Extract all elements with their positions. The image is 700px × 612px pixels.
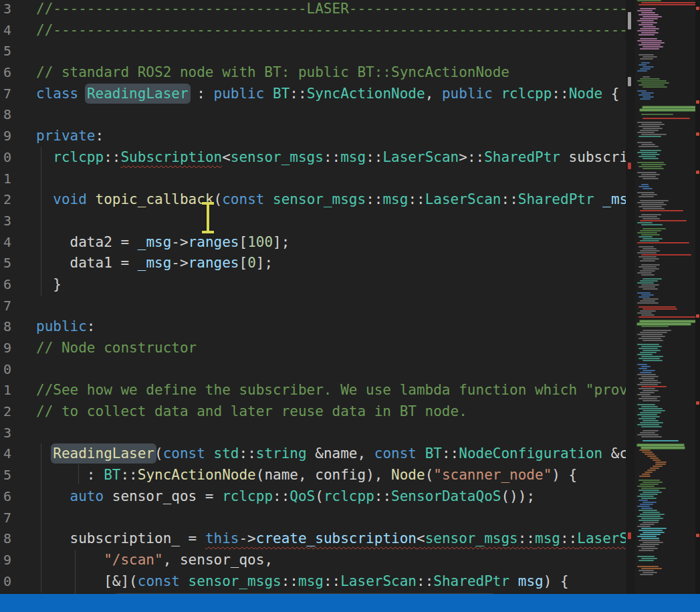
- minimap-line: [640, 130, 659, 131]
- line-number[interactable]: 5: [0, 253, 11, 274]
- line-number[interactable]: 3: [0, 211, 11, 232]
- code-token: const: [222, 191, 264, 207]
- minimap-line: [641, 416, 660, 417]
- code-line[interactable]: [0, 41, 626, 62]
- code-token: , sensor_qos,: [163, 552, 273, 568]
- code-token: {: [602, 86, 619, 102]
- line-number[interactable]: 4: [0, 443, 11, 465]
- code-token: BT: [104, 467, 120, 483]
- minimap-line: [643, 158, 659, 159]
- minimap-line: [637, 344, 659, 345]
- line-number[interactable]: 7: [0, 508, 11, 529]
- code-token: const: [163, 445, 205, 462]
- code-token: 100: [247, 234, 273, 250]
- minimap-line: [637, 10, 653, 11]
- line-number[interactable]: 1: [0, 380, 11, 401]
- overview-strip[interactable]: [626, 0, 635, 594]
- minimap-line: [638, 296, 650, 298]
- code-line[interactable]: rclcpp::Subscription<sensor_msgs::msg::L…: [0, 147, 626, 169]
- code-token: [417, 445, 425, 462]
- code-line[interactable]: [0, 169, 626, 190]
- line-number[interactable]: 4: [0, 20, 11, 41]
- minimap-line: [643, 420, 659, 421]
- minimap-line: [640, 422, 663, 423]
- minimap-line: [638, 216, 657, 217]
- line-number[interactable]: 9: [0, 550, 11, 571]
- code-line[interactable]: // to collect data and later reuse data …: [0, 401, 626, 423]
- line-number[interactable]: 8: [0, 316, 11, 338]
- code-line[interactable]: //------------------------------LASER---…: [0, 0, 626, 20]
- minimap-line: [638, 44, 661, 45]
- minimap-line: [643, 76, 650, 78]
- code-area[interactable]: //------------------------------LASER---…: [0, 0, 626, 612]
- code-line[interactable]: data1 = _msg->ranges[0];: [0, 253, 626, 274]
- code-token: rclcpp: [53, 149, 104, 165]
- code-line[interactable]: public:: [0, 316, 626, 338]
- line-number[interactable]: 3: [0, 0, 11, 20]
- code-line[interactable]: }: [0, 274, 626, 296]
- minimap-line: [637, 282, 654, 284]
- line-number[interactable]: 3: [0, 423, 11, 444]
- line-number[interactable]: 6: [0, 62, 11, 84]
- code-line[interactable]: "/scan", sensor_qos,: [0, 550, 626, 571]
- code-line[interactable]: // Node constructor: [0, 338, 626, 359]
- line-number[interactable]: 7: [0, 84, 11, 105]
- minimap[interactable]: [635, 0, 695, 594]
- line-number[interactable]: 6: [0, 274, 11, 296]
- code-line[interactable]: data2 = _msg->ranges[100];: [0, 232, 626, 253]
- code-line[interactable]: class ReadingLaser : public BT::SyncActi…: [0, 84, 626, 105]
- code-line[interactable]: : BT::SyncActionNode(name, config), Node…: [0, 465, 626, 486]
- minimap-line: [641, 62, 650, 64]
- code-token: :: [87, 318, 96, 334]
- code-line[interactable]: [0, 104, 626, 126]
- status-bar[interactable]: [0, 594, 700, 612]
- line-number[interactable]: 4: [0, 232, 11, 253]
- line-number[interactable]: 5: [0, 465, 11, 486]
- code-line[interactable]: ReadingLaser(const std::string &name, co…: [0, 443, 626, 465]
- code-line[interactable]: //--------------------------------------…: [0, 20, 626, 41]
- minimap-line: [640, 504, 653, 505]
- line-number[interactable]: 8: [0, 528, 11, 550]
- minimap-line: [641, 42, 665, 43]
- code-line[interactable]: [0, 508, 626, 529]
- code-line[interactable]: // standard ROS2 node with BT: public BT…: [0, 62, 626, 84]
- line-number[interactable]: 8: [0, 104, 11, 126]
- line-number[interactable]: 0: [0, 147, 11, 169]
- code-line[interactable]: [0, 359, 626, 381]
- code-line[interactable]: [&](const sensor_msgs::msg::LaserScan::S…: [0, 571, 626, 593]
- code-token: Subscription: [120, 149, 222, 165]
- editor-gutter[interactable]: 34567890123456789012345678901: [0, 0, 11, 612]
- overview-ruler[interactable]: [695, 0, 700, 594]
- minimap-line: [640, 210, 683, 211]
- code-token: _msg: [138, 234, 172, 250]
- code-token: :: [96, 128, 104, 144]
- minimap-line: [638, 146, 659, 147]
- code-line[interactable]: [0, 211, 626, 232]
- code-line[interactable]: auto sensor_qos = rclcpp::QoS(rclcpp::Se…: [0, 486, 626, 508]
- code-token: "/scan": [104, 552, 163, 568]
- code-line[interactable]: private:: [0, 126, 626, 147]
- line-number[interactable]: 2: [0, 401, 11, 423]
- code-token: SyncActionNode: [138, 467, 256, 483]
- code-line[interactable]: void topic_callback(const sensor_msgs::m…: [0, 189, 626, 211]
- line-number[interactable]: 9: [0, 338, 11, 359]
- minimap-line: [640, 58, 653, 60]
- line-number[interactable]: 0: [0, 359, 11, 381]
- line-number[interactable]: 5: [0, 41, 11, 62]
- code-line[interactable]: //See how we define the subscriber. We u…: [0, 380, 626, 401]
- line-number[interactable]: 6: [0, 486, 11, 508]
- minimap-line: [638, 256, 657, 258]
- minimap-line: [655, 462, 667, 463]
- line-number[interactable]: 1: [0, 169, 11, 190]
- minimap-line: [641, 184, 649, 185]
- code-token: ::: [408, 191, 425, 207]
- code-token: :: [87, 467, 104, 483]
- line-number[interactable]: 2: [0, 189, 11, 211]
- line-number[interactable]: 9: [0, 126, 11, 147]
- line-number[interactable]: 7: [0, 296, 11, 317]
- code-line[interactable]: [0, 423, 626, 444]
- code-line[interactable]: [0, 296, 626, 317]
- code-token: ->: [239, 530, 255, 546]
- code-line[interactable]: subscription_ = this->create_subscriptio…: [0, 528, 626, 550]
- line-number[interactable]: 0: [0, 571, 11, 593]
